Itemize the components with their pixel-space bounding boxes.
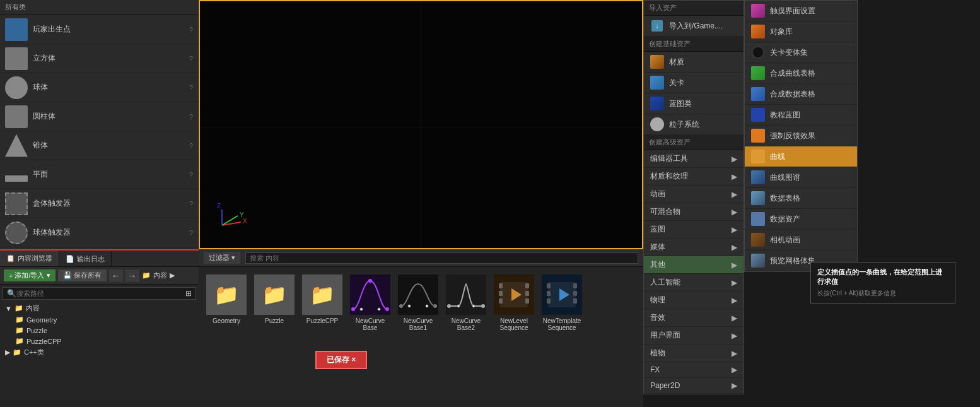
curve-atlas-label: 曲线图谱 <box>770 172 800 183</box>
list-item-cylinder[interactable]: 圆柱体 ? <box>0 102 198 131</box>
list-item-box-trigger[interactable]: 盒体触发器 ? <box>0 189 198 218</box>
list-item-sphere-trigger[interactable]: 球体触发器 ? <box>0 218 198 247</box>
tab-content-browser[interactable]: 📋 内容浏览器 <box>0 251 59 266</box>
material-label: 材质 <box>669 57 684 68</box>
sub-item-force-feedback[interactable]: 强制反馈效果 <box>745 126 857 146</box>
ctx-item-editor-tools[interactable]: 编辑器工具 ▶ <box>644 150 744 168</box>
ctx-item-fx[interactable]: FX ▶ <box>644 362 744 378</box>
newcurvebase1-thumb <box>398 274 438 315</box>
ctx-item-paper2d[interactable]: Paper2D ▶ <box>644 378 744 394</box>
tree-item-content-root[interactable]: ▼ 📁 内容 <box>3 302 196 314</box>
back-button[interactable]: ← <box>109 269 123 282</box>
viewport-inner: X Y Z <box>200 1 642 248</box>
newlevelsequence-label: NewLevel Sequence <box>494 317 534 331</box>
fx-label: FX <box>650 365 660 374</box>
ctx-item-checkpoint[interactable]: 关卡 <box>644 73 744 93</box>
content-item-geometry[interactable]: Geometry <box>204 272 249 327</box>
tree-item-puzzlecpp[interactable]: 📁 PuzzleCPP <box>13 336 196 346</box>
list-item-player[interactable]: 玩家出生点 ? <box>0 15 198 44</box>
ctx-item-blueprints-adv[interactable]: 蓝图 ▶ <box>644 221 744 239</box>
content-search-input[interactable] <box>245 252 638 264</box>
forward-button[interactable]: → <box>125 269 139 282</box>
ctx-item-ai[interactable]: 人工智能 ▶ <box>644 274 744 292</box>
newcurvebase2-thumb <box>446 274 486 315</box>
ctx-item-other[interactable]: 其他 ▶ <box>644 256 744 274</box>
content-item-newtemplatesequence[interactable]: NewTemplate Sequence <box>539 272 585 334</box>
svg-rect-37 <box>547 291 551 296</box>
puzzlecpp-label: PuzzleCPP <box>306 317 339 324</box>
ctx-item-animation[interactable]: 动画 ▶ <box>644 186 744 203</box>
sub-item-camera-anim[interactable]: 相机动画 <box>745 230 857 251</box>
filter-button[interactable]: 过滤器 ▾ <box>204 252 240 264</box>
list-item-plane[interactable]: 平面 ? <box>0 160 198 189</box>
svg-point-13 <box>360 308 363 310</box>
cylinder-icon <box>5 105 28 128</box>
ctx-item-sounds[interactable]: 音效 ▶ <box>644 309 744 327</box>
add-import-button[interactable]: + 添加/导入 ▾ <box>4 269 55 281</box>
ctx-item-media[interactable]: 媒体 ▶ <box>644 239 744 256</box>
content-item-puzzle[interactable]: Puzzle <box>252 272 297 327</box>
newtemplatesequence-label: NewTemplate Sequence <box>542 317 582 331</box>
svg-rect-38 <box>547 298 551 304</box>
foliage-label: 植物 <box>650 348 665 358</box>
tree-item-puzzle-label: Puzzle <box>26 327 47 334</box>
arrow-icon-physics: ▶ <box>732 296 737 305</box>
content-item-newcurvebase2[interactable]: NewCurve Base2 <box>443 272 489 334</box>
breadcrumb-arrow-icon: ▶ <box>170 271 175 280</box>
help-icon-cone: ? <box>189 142 193 150</box>
tree-item-puzzle[interactable]: 📁 Puzzle <box>13 325 196 336</box>
svg-point-10 <box>351 307 355 311</box>
svg-rect-41 <box>573 298 577 304</box>
level-sequence-svg <box>494 274 534 315</box>
object-library-label: 对象库 <box>770 27 793 37</box>
sub-item-object-library[interactable]: 对象库 <box>745 21 857 42</box>
list-item-cube[interactable]: 立方体 ? <box>0 44 198 73</box>
ctx-item-foliage[interactable]: 植物 ▶ <box>644 345 744 362</box>
sub-item-curve-atlas[interactable]: 曲线图谱 <box>745 167 857 188</box>
ctx-item-import-to[interactable]: ↓ 导入到/Game.... <box>644 16 744 37</box>
help-icon-sphere-trigger: ? <box>189 229 193 237</box>
content-item-puzzlecpp[interactable]: PuzzleCPP <box>300 272 345 327</box>
particle-icon <box>650 117 664 131</box>
svg-rect-29 <box>499 298 503 304</box>
newcurvebase-label: NewCurve Base <box>350 317 390 331</box>
svg-point-19 <box>426 305 428 307</box>
svg-rect-30 <box>525 283 529 288</box>
content-area: 过滤器 ▾ Geometry Puzzle PuzzleCPP <box>199 249 643 407</box>
svg-text:X: X <box>243 218 247 225</box>
physics-label: 物理 <box>650 295 665 305</box>
tree-item-cpp-classes[interactable]: ▶ 📁 C++类 <box>3 346 196 358</box>
item-label-plane: 平面 <box>33 169 189 180</box>
sub-item-touch-interface[interactable]: 触摸界面设置 <box>745 1 857 21</box>
geometry-folder-thumb <box>206 274 247 315</box>
sub-item-data-asset[interactable]: 数据资产 <box>745 209 857 230</box>
sub-item-curve[interactable]: 曲线 <box>745 146 857 167</box>
item-label-cube: 立方体 <box>33 53 189 64</box>
ctx-item-particle[interactable]: 粒子系统 <box>644 114 744 135</box>
path-search-input[interactable] <box>16 290 185 297</box>
far-right-scrollbar[interactable] <box>971 0 980 407</box>
sub-item-tutorial-blueprint[interactable]: 教程蓝图 <box>745 105 857 126</box>
list-item-cone[interactable]: 锥体 ? <box>0 131 198 160</box>
content-item-newcurvebase1[interactable]: NewCurve Base1 <box>395 272 441 334</box>
ctx-item-materials-textures[interactable]: 材质和纹理 ▶ <box>644 168 744 186</box>
content-item-newlevelsequence[interactable]: NewLevel Sequence <box>491 272 537 334</box>
sub-item-level-variant[interactable]: 关卡变体集 <box>745 42 857 63</box>
tab-output-log[interactable]: 📄 输出日志 <box>59 251 112 266</box>
ctx-item-blueprint[interactable]: 蓝图类 <box>644 93 744 114</box>
sub-item-composite-data[interactable]: 合成数据表格 <box>745 84 857 105</box>
content-item-newcurvebase[interactable]: NewCurve Base <box>347 272 393 334</box>
level-variant-icon <box>751 45 765 59</box>
sub-item-composite-curve[interactable]: 合成曲线表格 <box>745 63 857 84</box>
blendables-label: 可混合物 <box>650 206 680 217</box>
list-item-sphere[interactable]: 球体 ? <box>0 73 198 102</box>
tree-item-geometry[interactable]: 📁 Geometry <box>13 314 196 325</box>
ctx-item-blendables[interactable]: 可混合物 ▶ <box>644 203 744 221</box>
sub-item-data-table[interactable]: 数据表格 <box>745 188 857 209</box>
item-label-sphere: 球体 <box>33 82 189 93</box>
ctx-item-material[interactable]: 材质 <box>644 52 744 73</box>
ctx-item-ui[interactable]: 用户界面 ▶ <box>644 327 744 345</box>
save-all-button[interactable]: 💾 保存所有 <box>58 269 107 281</box>
ctx-item-physics[interactable]: 物理 ▶ <box>644 292 744 309</box>
editor-tools-label: 编辑器工具 <box>650 153 688 164</box>
